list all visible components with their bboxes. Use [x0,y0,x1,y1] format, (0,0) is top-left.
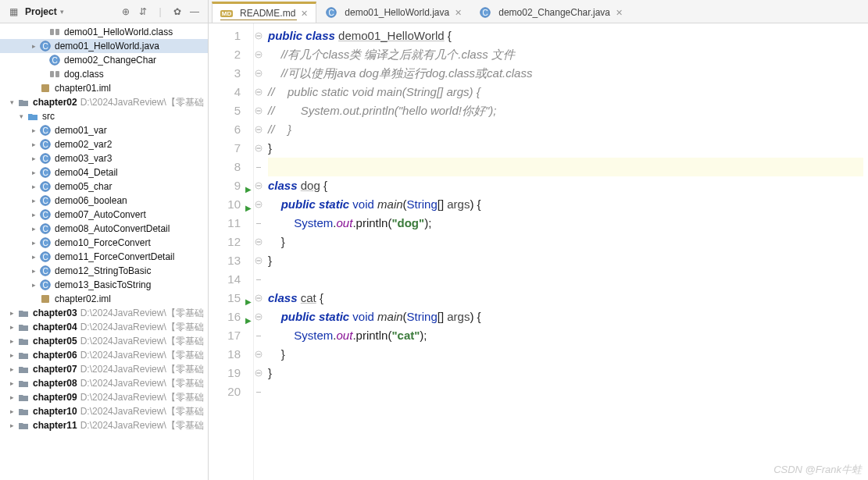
file-icon: C [39,138,52,151]
tree-row[interactable]: ▸chapter07D:\2024JavaReview\【零基础 [0,362,208,376]
code-line[interactable]: } [268,139,863,158]
expand-icon[interactable]: ⇵ [134,3,152,20]
code-line[interactable]: System.out.println("cat"); [268,326,863,345]
tree-row[interactable]: ▸Cdemo04_Detail [0,165,208,180]
expand-arrow[interactable]: ▾ [16,112,27,120]
tree-row[interactable]: ▸Cdemo01_var [0,123,208,137]
code-area[interactable]: public class demo01_HelloWorld { //有几个cl… [263,23,868,480]
tree-path: D:\2024JavaReview\【零基础 [80,96,204,109]
code-line[interactable]: // System.out.println("hello world!你好"); [268,101,863,120]
expand-arrow[interactable]: ▸ [6,309,17,317]
project-icon[interactable]: ▦ [5,3,22,20]
editor-tab[interactable]: Cdemo02_ChangeChar.java✕ [470,2,631,23]
code-line[interactable]: } [268,251,863,270]
tree-row[interactable]: ▸Cdemo03_var3 [0,151,208,165]
tree-row[interactable]: ▸Cdemo11_ForceConvertDetail [0,250,208,264]
expand-arrow[interactable]: ▸ [6,379,17,387]
hide-icon[interactable]: — [186,3,203,20]
expand-arrow[interactable]: ▸ [28,253,39,261]
project-tree[interactable]: demo01_HelloWorld.class▸Cdemo01_HelloWor… [0,23,209,480]
tree-row[interactable]: demo01_HelloWorld.class [0,25,208,39]
code-line[interactable]: public static void main(String[] args) { [268,308,863,326]
code-line[interactable] [268,382,863,401]
expand-arrow[interactable]: ▸ [6,365,17,373]
code-line[interactable] [268,270,863,289]
expand-arrow[interactable]: ▸ [6,393,17,401]
tree-label: chapter10 [33,406,77,417]
tree-row[interactable]: ▸Cdemo13_BasicToString [0,278,208,292]
tree-row[interactable]: dog.class [0,67,208,81]
code-line[interactable]: public static void main(String[] args) { [268,195,863,214]
tree-row[interactable]: ▾src [0,109,208,123]
tree-row[interactable]: ▸Cdemo10_ForceConvert [0,236,208,250]
tree-row[interactable]: ▸chapter05D:\2024JavaReview\【零基础 [0,334,208,348]
code-line[interactable]: // public static void main(String[] args… [268,83,863,101]
file-icon [17,335,30,347]
fold-marks[interactable] [254,23,263,480]
expand-arrow[interactable]: ▸ [28,267,39,275]
tree-row[interactable]: chapter02.iml [0,292,208,306]
code-line[interactable]: //可以使用java dog单独运行dog.class或cat.class [268,64,863,83]
code-line[interactable]: } [268,345,863,364]
tree-row[interactable]: ▸chapter10D:\2024JavaReview\【零基础 [0,404,208,418]
tree-row[interactable]: ▾chapter02D:\2024JavaReview\【零基础 [0,95,208,109]
editor[interactable]: 123456789▶10▶1112131415▶16▶17181920 publ… [209,23,868,480]
gutter[interactable]: 123456789▶10▶1112131415▶16▶17181920 [209,23,254,480]
target-icon[interactable]: ⊕ [117,3,134,20]
tree-row[interactable]: chapter01.iml [0,81,208,95]
expand-arrow[interactable]: ▸ [6,351,17,359]
tree-path: D:\2024JavaReview\【零基础 [80,335,204,348]
code-line[interactable]: //有几个class类 编译之后就有几个.class 文件 [268,45,863,64]
expand-arrow[interactable]: ▸ [28,42,39,50]
tree-path: D:\2024JavaReview\【零基础 [80,363,204,376]
tree-row[interactable]: ▸Cdemo06_boolean [0,194,208,208]
expand-arrow[interactable]: ▸ [28,197,39,204]
close-icon[interactable]: ✕ [301,9,308,19]
tree-row[interactable]: ▸chapter04D:\2024JavaReview\【零基础 [0,320,208,334]
expand-arrow[interactable]: ▸ [6,337,17,345]
expand-arrow[interactable]: ▸ [28,225,39,233]
gear-icon[interactable]: ✿ [169,3,186,20]
tree-row[interactable]: ▸Cdemo05_char [0,180,208,194]
expand-arrow[interactable]: ▸ [28,140,39,148]
dropdown-icon[interactable]: ▾ [60,8,64,16]
expand-arrow[interactable]: ▸ [6,421,17,429]
editor-tab[interactable]: MDREADME.md✕ [212,2,316,23]
editor-tab[interactable]: Cdemo01_HelloWorld.java✕ [316,2,470,23]
svg-text:C: C [42,225,48,233]
tree-row[interactable]: ▸chapter09D:\2024JavaReview\【零基础 [0,390,208,404]
tree-row[interactable]: ▸chapter03D:\2024JavaReview\【零基础 [0,306,208,320]
tree-row[interactable]: ▸Cdemo01_HelloWorld.java [0,39,208,53]
expand-arrow[interactable]: ▸ [28,155,39,162]
expand-arrow[interactable]: ▸ [28,239,39,247]
tree-row[interactable]: ▸Cdemo08_AutoConvertDetail [0,222,208,236]
code-line[interactable]: } [268,364,863,382]
tree-row[interactable]: ▸Cdemo12_StringToBasic [0,264,208,278]
expand-arrow[interactable]: ▸ [28,183,39,190]
tree-row[interactable]: ▸Cdemo02_var2 [0,137,208,151]
line-number: 3 [234,64,241,83]
svg-rect-10 [50,71,54,77]
code-line[interactable]: class dog { [268,176,863,195]
expand-arrow[interactable]: ▸ [28,281,39,289]
expand-arrow[interactable]: ▸ [6,323,17,331]
code-line[interactable]: // } [268,120,863,139]
close-icon[interactable]: ✕ [455,8,462,18]
tree-row[interactable]: ▸chapter08D:\2024JavaReview\【零基础 [0,376,208,390]
tree-row[interactable]: ▸chapter11D:\2024JavaReview\【零基础 [0,418,208,432]
tree-row[interactable]: Cdemo02_ChangeChar [0,53,208,67]
expand-arrow[interactable]: ▸ [6,407,17,415]
code-line[interactable]: } [268,233,863,251]
code-line[interactable]: public class demo01_HelloWorld { [268,27,863,45]
code-line[interactable] [268,158,863,176]
tree-row[interactable]: ▸Cdemo07_AutoConvert [0,208,208,222]
close-icon[interactable]: ✕ [616,8,623,18]
tree-label: chapter07 [33,364,77,375]
expand-arrow[interactable]: ▸ [28,126,39,134]
code-line[interactable]: System.out.println("dog"); [268,214,863,233]
expand-arrow[interactable]: ▸ [28,169,39,176]
expand-arrow[interactable]: ▸ [28,211,39,219]
expand-arrow[interactable]: ▾ [6,98,17,106]
tree-row[interactable]: ▸chapter06D:\2024JavaReview\【零基础 [0,348,208,362]
code-line[interactable]: class cat { [268,289,863,308]
